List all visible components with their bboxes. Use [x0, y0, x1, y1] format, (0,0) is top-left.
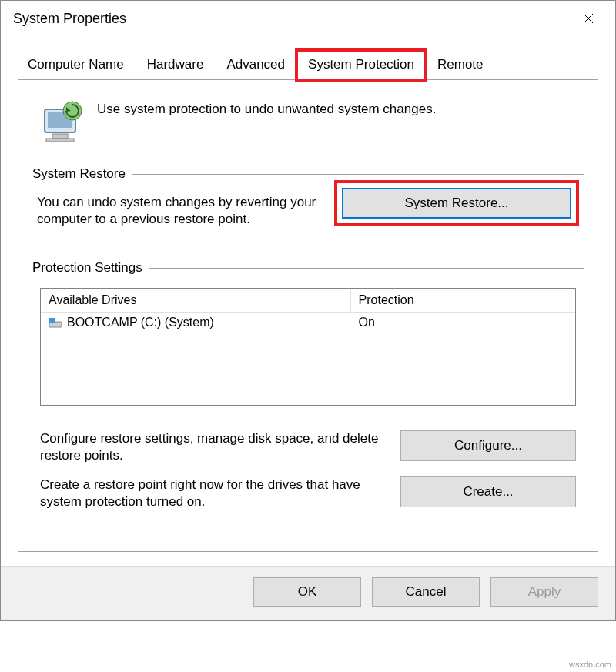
watermark: wsxdn.com — [569, 660, 611, 669]
drives-header: Available Drives Protection — [41, 289, 575, 313]
system-restore-icon — [38, 99, 86, 146]
svg-rect-2 — [52, 134, 68, 139]
configure-button[interactable]: Configure... — [400, 430, 576, 461]
ok-button[interactable]: OK — [253, 577, 361, 607]
create-description: Create a restore point right now for the… — [40, 476, 387, 510]
create-button[interactable]: Create... — [400, 476, 576, 507]
tab-system-protection[interactable]: System Protection — [296, 50, 426, 81]
group-protection-settings: Protection Settings Available Drives Pro… — [32, 260, 584, 517]
cancel-button[interactable]: Cancel — [372, 577, 480, 607]
restore-description: You can undo system changes by reverting… — [37, 194, 323, 228]
close-icon[interactable] — [571, 5, 606, 32]
tab-remote[interactable]: Remote — [426, 50, 495, 80]
table-row[interactable]: BOOTCAMP (C:) (System) On — [41, 313, 575, 333]
svg-rect-5 — [49, 322, 62, 327]
group-title-protection: Protection Settings — [32, 260, 142, 276]
dialog-footer: OK Cancel Apply — [1, 566, 615, 620]
titlebar: System Properties — [1, 1, 615, 36]
highlight-box: System Restore... — [334, 180, 579, 226]
col-header-drives[interactable]: Available Drives — [41, 289, 351, 312]
apply-button[interactable]: Apply — [490, 577, 598, 607]
divider — [132, 174, 584, 175]
intro-text: Use system protection to undo unwanted s… — [97, 99, 436, 117]
drives-table: Available Drives Protection BOOT — [40, 288, 576, 406]
tab-row: Computer Name Hardware Advanced System P… — [1, 36, 615, 80]
intro-section: Use system protection to undo unwanted s… — [32, 94, 584, 166]
divider — [149, 268, 584, 269]
drive-name: BOOTCAMP (C:) (System) — [67, 316, 214, 329]
disk-icon — [49, 317, 62, 328]
svg-rect-6 — [49, 318, 55, 323]
window-title: System Properties — [13, 11, 126, 27]
tab-panel-system-protection: Use system protection to undo unwanted s… — [18, 80, 598, 552]
tab-computer-name[interactable]: Computer Name — [16, 50, 136, 80]
tab-hardware[interactable]: Hardware — [136, 50, 216, 80]
drive-protection: On — [351, 313, 575, 333]
col-header-protection[interactable]: Protection — [351, 289, 575, 312]
group-title-restore: System Restore — [32, 166, 126, 182]
tab-advanced[interactable]: Advanced — [215, 50, 296, 80]
configure-description: Configure restore settings, manage disk … — [40, 430, 387, 464]
system-properties-window: System Properties Computer Name Hardware… — [0, 0, 616, 621]
group-system-restore: System Restore You can undo system chang… — [32, 166, 584, 228]
system-restore-button[interactable]: System Restore... — [342, 188, 571, 219]
svg-rect-3 — [46, 139, 74, 142]
